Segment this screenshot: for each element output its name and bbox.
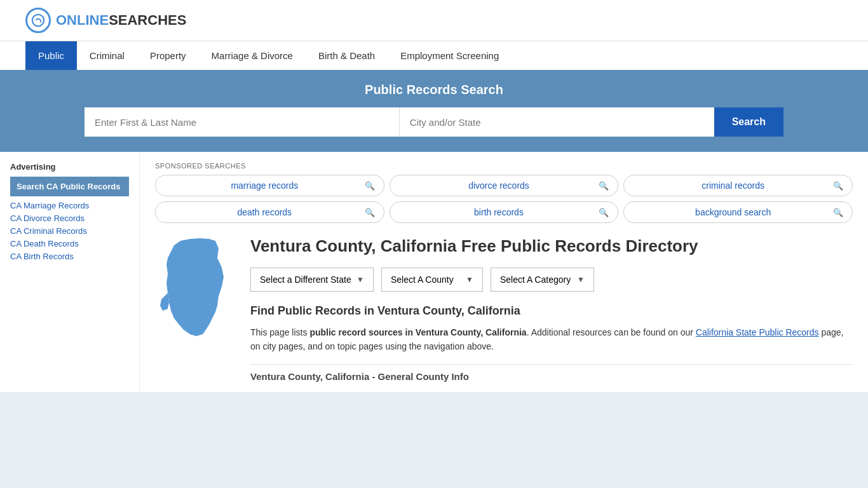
search-banner: Public Records Search Search: [0, 70, 868, 152]
search-icon-criminal: 🔍: [833, 181, 843, 191]
state-dropdown-wrapper[interactable]: Select a Different State ▼: [250, 268, 374, 292]
county-dropdown-arrow: ▼: [466, 275, 473, 284]
search-icon-birth: 🔍: [599, 208, 609, 217]
content-area: SPONSORED SEARCHES marriage records 🔍 di…: [140, 152, 868, 392]
nav-item-birth-death[interactable]: Birth & Death: [306, 41, 388, 70]
nav-item-public[interactable]: Public: [25, 41, 77, 70]
section-title: Find Public Records in Ventura County, C…: [250, 304, 853, 318]
svg-point-0: [32, 15, 44, 26]
page-body-main: Ventura County, California Free Public R…: [250, 236, 853, 382]
california-map: [155, 236, 231, 337]
logo-icon: [25, 8, 51, 33]
main-container: Advertising Search CA Public Records CA …: [0, 152, 868, 392]
sponsored-item-death[interactable]: death records 🔍: [155, 201, 384, 223]
nav-item-property[interactable]: Property: [137, 41, 199, 70]
state-map-container: [155, 236, 238, 382]
sidebar-link-divorce[interactable]: CA Divorce Records: [10, 213, 129, 223]
county-info-title: Ventura County, California - General Cou…: [250, 371, 853, 382]
nav-item-criminal[interactable]: Criminal: [77, 41, 137, 70]
state-dropdown-arrow: ▼: [356, 275, 364, 284]
sidebar-link-marriage[interactable]: CA Marriage Records: [10, 200, 129, 210]
search-banner-title: Public Records Search: [25, 83, 843, 97]
search-icon-divorce: 🔍: [599, 181, 609, 191]
category-dropdown[interactable]: Select A Category: [500, 274, 572, 285]
search-form: Search: [85, 107, 783, 137]
logo-text: ONLINESEARCHES: [56, 12, 186, 29]
sponsored-grid: marriage records 🔍 divorce records 🔍 cri…: [155, 175, 853, 223]
sidebar-link-birth[interactable]: CA Birth Records: [10, 251, 129, 261]
sponsored-item-criminal[interactable]: criminal records 🔍: [623, 175, 853, 196]
name-input[interactable]: [85, 107, 400, 137]
search-icon-background: 🔍: [833, 208, 843, 217]
sidebar-links: CA Marriage Records CA Divorce Records C…: [10, 200, 129, 261]
county-info-bar: Ventura County, California - General Cou…: [250, 364, 853, 382]
sponsored-item-divorce[interactable]: divorce records 🔍: [390, 175, 619, 196]
sidebar-featured-ad[interactable]: Search CA Public Records: [10, 177, 129, 196]
category-dropdown-arrow: ▼: [577, 275, 585, 284]
sponsored-item-background[interactable]: background search 🔍: [623, 201, 853, 223]
county-dropdown[interactable]: Select A County: [391, 274, 461, 285]
sidebar-link-death[interactable]: CA Death Records: [10, 238, 129, 248]
county-dropdown-wrapper[interactable]: Select A County ▼: [381, 268, 483, 292]
dropdowns-row: Select a Different State ▼ Select A Coun…: [250, 268, 853, 292]
nav-item-employment[interactable]: Employment Screening: [388, 41, 512, 70]
sidebar: Advertising Search CA Public Records CA …: [0, 152, 140, 392]
page-description: This page lists public record sources in…: [250, 325, 853, 354]
header: ONLINESEARCHES Public Criminal Property …: [0, 0, 868, 70]
sponsored-item-birth[interactable]: birth records 🔍: [390, 201, 619, 223]
sponsored-section: SPONSORED SEARCHES marriage records 🔍 di…: [155, 162, 853, 223]
sponsored-item-marriage[interactable]: marriage records 🔍: [155, 175, 384, 196]
state-dropdown[interactable]: Select a Different State: [260, 274, 351, 285]
sidebar-ad-label: Advertising: [10, 162, 129, 172]
sponsored-label: SPONSORED SEARCHES: [155, 162, 853, 170]
category-dropdown-wrapper[interactable]: Select A Category ▼: [491, 268, 594, 292]
search-button[interactable]: Search: [714, 107, 783, 137]
main-nav: Public Criminal Property Marriage & Divo…: [0, 41, 868, 70]
page-title: Ventura County, California Free Public R…: [250, 236, 853, 257]
nav-item-marriage-divorce[interactable]: Marriage & Divorce: [199, 41, 306, 70]
sidebar-link-criminal[interactable]: CA Criminal Records: [10, 226, 129, 236]
location-input[interactable]: [400, 107, 714, 137]
logo: ONLINESEARCHES: [25, 8, 186, 33]
state-records-link[interactable]: California State Public Records: [696, 327, 819, 337]
search-icon-marriage: 🔍: [365, 181, 375, 191]
page-body: Ventura County, California Free Public R…: [155, 236, 853, 382]
search-icon-death: 🔍: [365, 208, 375, 217]
